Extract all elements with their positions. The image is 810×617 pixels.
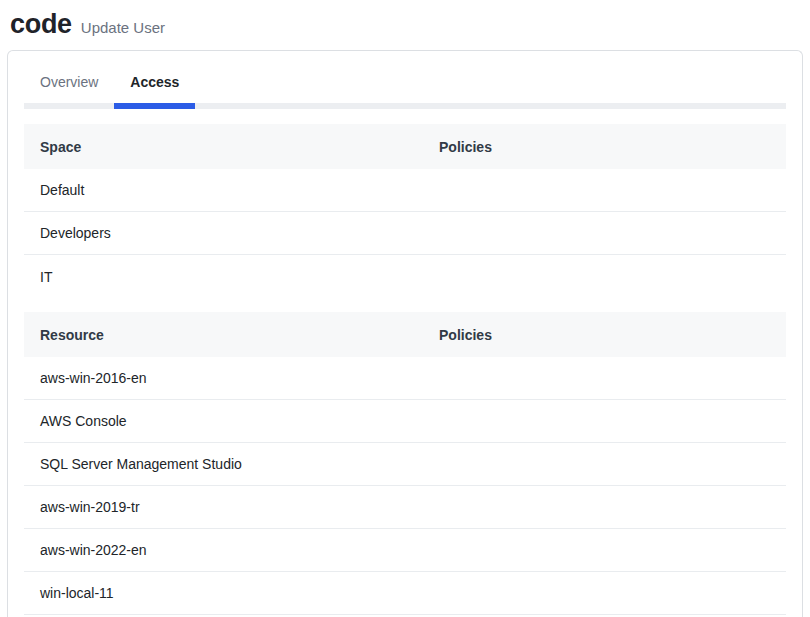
cell-name: aws-win-2019-tr [24, 499, 423, 515]
update-user-card: Overview Access Space Policies Default D… [7, 50, 803, 617]
column-header-policies: Policies [423, 139, 786, 155]
resource-row[interactable]: aws-win-2016-en [24, 357, 786, 400]
cell-name: win-local-11 [24, 585, 423, 601]
column-header-policies: Policies [423, 327, 786, 343]
column-header-name: Space [24, 139, 423, 155]
table-header-row: Resource Policies [24, 312, 786, 357]
tab-label: Access [130, 74, 179, 90]
tab-access[interactable]: Access [114, 63, 195, 103]
table-body: Default Developers IT [24, 169, 786, 298]
resource-row[interactable]: aws-win-2022-en [24, 529, 786, 572]
space-row[interactable]: Default [24, 169, 786, 212]
resource-row[interactable]: aws-win-2019-tr [24, 486, 786, 529]
cell-name: SQL Server Management Studio [24, 456, 423, 472]
tables-container: Space Policies Default Developers IT Res… [24, 124, 786, 615]
resource-row[interactable]: win-local-11 [24, 572, 786, 615]
cell-name: IT [24, 269, 423, 285]
page-subtitle: Update User [81, 19, 165, 36]
resource-table: Resource Policies aws-win-2016-en AWS Co… [24, 312, 786, 615]
space-row[interactable]: IT [24, 255, 786, 298]
table-body: aws-win-2016-en AWS Console SQL Server M… [24, 357, 786, 615]
space-row[interactable]: Developers [24, 212, 786, 255]
space-table: Space Policies Default Developers IT [24, 124, 786, 298]
tab-label: Overview [40, 74, 98, 90]
tab-overview[interactable]: Overview [24, 63, 114, 103]
cell-name: AWS Console [24, 413, 423, 429]
cell-name: aws-win-2016-en [24, 370, 423, 386]
page-header: code Update User [0, 0, 810, 50]
resource-row[interactable]: SQL Server Management Studio [24, 443, 786, 486]
tab-bar: Overview Access [8, 51, 802, 103]
column-header-name: Resource [24, 327, 423, 343]
cell-name: Default [24, 182, 423, 198]
resource-row[interactable]: AWS Console [24, 400, 786, 443]
cell-name: aws-win-2022-en [24, 542, 423, 558]
table-header-row: Space Policies [24, 124, 786, 169]
app-title: code [10, 9, 72, 39]
cell-name: Developers [24, 225, 423, 241]
